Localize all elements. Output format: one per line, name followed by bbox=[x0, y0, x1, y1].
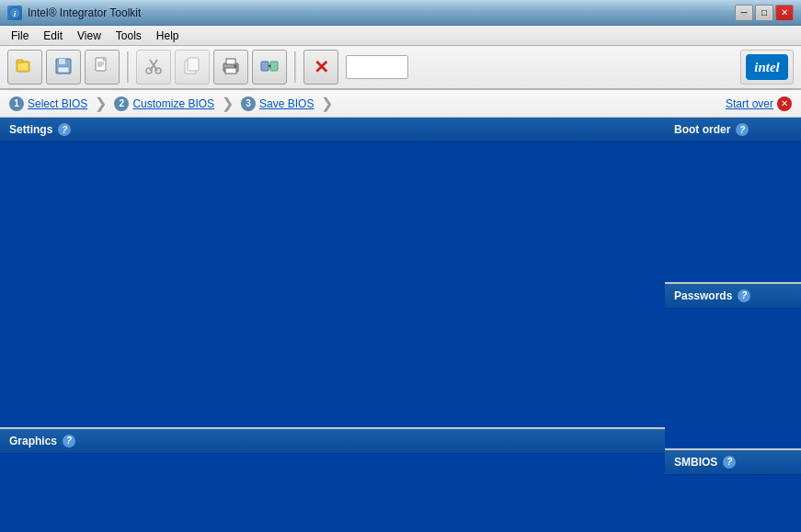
print-icon bbox=[221, 56, 241, 79]
breadcrumb-bar: 1 Select BIOS ❯ 2 Customize BIOS ❯ 3 Sav… bbox=[0, 90, 801, 118]
settings-body bbox=[0, 142, 665, 427]
menu-help[interactable]: Help bbox=[149, 28, 187, 44]
cut-button[interactable] bbox=[136, 50, 171, 85]
smbios-body bbox=[665, 475, 801, 532]
boot-order-header: Boot order ? bbox=[665, 118, 801, 142]
passwords-header: Passwords ? bbox=[665, 284, 801, 309]
boot-order-body bbox=[665, 142, 801, 282]
passwords-body bbox=[665, 309, 801, 448]
breadcrumb-step-2: 2 Customize BIOS bbox=[114, 96, 214, 111]
toolbar-separator-2 bbox=[294, 51, 296, 83]
print-button[interactable] bbox=[213, 50, 248, 85]
boot-order-section: Boot order ? bbox=[665, 118, 801, 282]
breadcrumb-arrow-3: ❯ bbox=[321, 95, 333, 112]
graphics-body bbox=[0, 454, 665, 532]
svg-rect-4 bbox=[18, 63, 28, 70]
main-content: Settings ? Graphics ? Boot order ? bbox=[0, 118, 801, 532]
menu-edit[interactable]: Edit bbox=[36, 28, 70, 44]
graphics-help-icon[interactable]: ? bbox=[63, 435, 75, 447]
app-icon: i bbox=[7, 6, 22, 20]
customize-bios-link[interactable]: Customize BIOS bbox=[132, 97, 214, 110]
new-button[interactable] bbox=[85, 50, 120, 85]
settings-section: Settings ? bbox=[0, 118, 665, 427]
passwords-section: Passwords ? bbox=[665, 284, 801, 448]
blank-input[interactable] bbox=[346, 55, 408, 79]
boot-order-title: Boot order bbox=[674, 123, 730, 136]
smbios-header: SMBIOS ? bbox=[665, 450, 801, 475]
passwords-help-icon[interactable]: ? bbox=[738, 289, 750, 302]
svg-rect-6 bbox=[59, 59, 65, 64]
svg-rect-3 bbox=[17, 60, 23, 62]
toolbar: ✕ intel bbox=[0, 46, 801, 90]
breadcrumb-arrow-1: ❯ bbox=[95, 95, 107, 112]
svg-rect-24 bbox=[270, 62, 278, 71]
stop-icon: ✕ bbox=[314, 58, 329, 76]
boot-order-help-icon[interactable]: ? bbox=[736, 123, 749, 136]
svg-point-22 bbox=[235, 64, 237, 67]
cut-icon bbox=[143, 56, 164, 79]
right-panel: Boot order ? Passwords ? SMBIOS ? bbox=[665, 118, 801, 532]
title-bar-left: i Intel® Integrator Toolkit bbox=[7, 6, 141, 20]
left-panel: Settings ? Graphics ? bbox=[0, 118, 665, 532]
graphics-section: Graphics ? bbox=[0, 429, 665, 532]
svg-rect-20 bbox=[226, 59, 235, 64]
minimize-button[interactable]: ─ bbox=[735, 5, 753, 21]
settings-header: Settings ? bbox=[0, 118, 665, 142]
breadcrumb-arrow-2: ❯ bbox=[222, 95, 234, 112]
smbios-section: SMBIOS ? bbox=[665, 450, 801, 532]
graphics-title: Graphics bbox=[9, 435, 57, 447]
save-small-button[interactable] bbox=[46, 50, 81, 85]
toolbar-separator-1 bbox=[127, 51, 129, 83]
title-text: Intel® Integrator Toolkit bbox=[28, 6, 141, 19]
step-1-num: 1 bbox=[9, 96, 24, 111]
export-icon bbox=[259, 56, 280, 79]
select-bios-link[interactable]: Select BIOS bbox=[28, 97, 87, 110]
passwords-title: Passwords bbox=[674, 289, 732, 302]
maximize-button[interactable]: □ bbox=[755, 5, 773, 21]
intel-logo-text: intel bbox=[746, 54, 788, 80]
menu-tools[interactable]: Tools bbox=[109, 28, 149, 44]
export-button[interactable] bbox=[252, 50, 287, 85]
intel-logo: intel bbox=[740, 50, 794, 85]
smbios-title: SMBIOS bbox=[674, 456, 717, 469]
svg-rect-7 bbox=[58, 67, 69, 73]
menu-file[interactable]: File bbox=[4, 28, 36, 44]
start-over-link[interactable]: Start over bbox=[726, 97, 773, 110]
new-icon bbox=[92, 56, 112, 79]
copy-icon bbox=[182, 56, 202, 79]
svg-rect-21 bbox=[225, 68, 236, 74]
step-3-num: 3 bbox=[241, 96, 256, 111]
copy-button[interactable] bbox=[175, 50, 210, 85]
start-over-container: Start over ✕ bbox=[726, 96, 792, 111]
open-button[interactable] bbox=[7, 50, 42, 85]
title-controls: ─ □ ✕ bbox=[735, 5, 794, 21]
svg-rect-23 bbox=[261, 62, 269, 71]
menu-view[interactable]: View bbox=[70, 28, 109, 44]
svg-rect-18 bbox=[188, 58, 199, 71]
stop-button[interactable]: ✕ bbox=[303, 50, 338, 85]
settings-help-icon[interactable]: ? bbox=[58, 123, 71, 136]
graphics-header: Graphics ? bbox=[0, 429, 665, 454]
open-icon bbox=[15, 56, 35, 79]
settings-title: Settings bbox=[9, 123, 52, 136]
save-bios-link[interactable]: Save BIOS bbox=[259, 97, 314, 110]
title-bar: i Intel® Integrator Toolkit ─ □ ✕ bbox=[0, 0, 801, 26]
step-2-num: 2 bbox=[114, 96, 129, 111]
breadcrumb-step-1: 1 Select BIOS bbox=[9, 96, 87, 111]
start-over-close-icon[interactable]: ✕ bbox=[777, 96, 792, 111]
close-button[interactable]: ✕ bbox=[775, 5, 794, 21]
smbios-help-icon[interactable]: ? bbox=[723, 456, 736, 469]
breadcrumb-step-3: 3 Save BIOS bbox=[241, 96, 314, 111]
menu-bar: File Edit View Tools Help bbox=[0, 26, 801, 46]
save-small-icon bbox=[53, 56, 74, 79]
